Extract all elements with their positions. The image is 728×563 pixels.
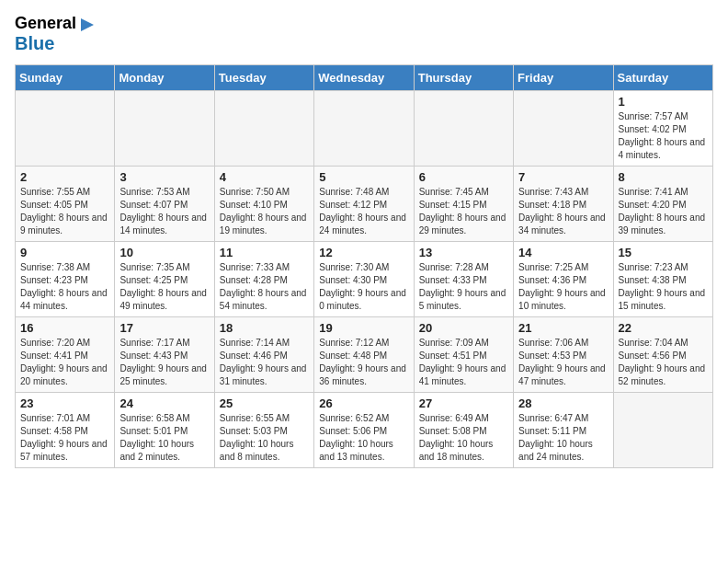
day-info: Sunrise: 7:41 AM Sunset: 4:20 PM Dayligh… bbox=[619, 186, 708, 237]
calendar-cell: 18Sunrise: 7:14 AM Sunset: 4:46 PM Dayli… bbox=[214, 317, 313, 393]
calendar-cell: 27Sunrise: 6:49 AM Sunset: 5:08 PM Dayli… bbox=[414, 393, 513, 468]
calendar-weekday-wednesday: Wednesday bbox=[314, 65, 414, 91]
day-info: Sunrise: 6:52 AM Sunset: 5:06 PM Dayligh… bbox=[319, 412, 408, 464]
calendar-cell: 11Sunrise: 7:33 AM Sunset: 4:28 PM Dayli… bbox=[214, 242, 313, 317]
calendar-header-row: SundayMondayTuesdayWednesdayThursdayFrid… bbox=[16, 65, 713, 91]
day-number: 22 bbox=[619, 321, 708, 335]
calendar-weekday-saturday: Saturday bbox=[613, 65, 712, 91]
day-info: Sunrise: 7:55 AM Sunset: 4:05 PM Dayligh… bbox=[20, 186, 109, 237]
day-info: Sunrise: 7:48 AM Sunset: 4:12 PM Dayligh… bbox=[319, 186, 408, 237]
calendar-cell bbox=[16, 91, 115, 167]
calendar-weekday-friday: Friday bbox=[514, 65, 613, 91]
day-info: Sunrise: 6:47 AM Sunset: 5:11 PM Dayligh… bbox=[518, 412, 608, 464]
day-number: 17 bbox=[119, 321, 209, 335]
day-info: Sunrise: 7:01 AM Sunset: 4:58 PM Dayligh… bbox=[20, 412, 109, 464]
logo-text-blue: Blue bbox=[15, 33, 54, 53]
calendar-cell bbox=[414, 91, 513, 167]
day-number: 23 bbox=[20, 396, 109, 410]
day-number: 1 bbox=[619, 95, 708, 109]
day-number: 8 bbox=[619, 170, 708, 184]
day-number: 5 bbox=[319, 170, 408, 184]
svg-marker-0 bbox=[81, 18, 94, 31]
calendar-cell: 28Sunrise: 6:47 AM Sunset: 5:11 PM Dayli… bbox=[514, 393, 613, 468]
day-info: Sunrise: 7:43 AM Sunset: 4:18 PM Dayligh… bbox=[518, 186, 608, 237]
calendar-cell bbox=[115, 91, 214, 167]
calendar-cell: 8Sunrise: 7:41 AM Sunset: 4:20 PM Daylig… bbox=[613, 167, 712, 242]
calendar-cell: 19Sunrise: 7:12 AM Sunset: 4:48 PM Dayli… bbox=[314, 317, 414, 393]
day-info: Sunrise: 6:49 AM Sunset: 5:08 PM Dayligh… bbox=[419, 412, 508, 464]
calendar-cell: 26Sunrise: 6:52 AM Sunset: 5:06 PM Dayli… bbox=[314, 393, 414, 468]
day-info: Sunrise: 6:55 AM Sunset: 5:03 PM Dayligh… bbox=[220, 412, 309, 464]
calendar-cell: 3Sunrise: 7:53 AM Sunset: 4:07 PM Daylig… bbox=[115, 167, 214, 242]
calendar-week-row: 9Sunrise: 7:38 AM Sunset: 4:23 PM Daylig… bbox=[16, 242, 713, 317]
calendar-cell bbox=[514, 91, 613, 167]
calendar-cell: 25Sunrise: 6:55 AM Sunset: 5:03 PM Dayli… bbox=[214, 393, 313, 468]
calendar-cell: 24Sunrise: 6:58 AM Sunset: 5:01 PM Dayli… bbox=[115, 393, 214, 468]
day-number: 9 bbox=[20, 246, 109, 259]
calendar-cell: 9Sunrise: 7:38 AM Sunset: 4:23 PM Daylig… bbox=[16, 242, 115, 317]
day-number: 18 bbox=[220, 321, 309, 335]
logo-text-general: General bbox=[15, 15, 76, 33]
calendar-table: SundayMondayTuesdayWednesdayThursdayFrid… bbox=[15, 64, 713, 468]
day-number: 19 bbox=[319, 321, 408, 335]
day-number: 24 bbox=[119, 396, 209, 410]
calendar-weekday-thursday: Thursday bbox=[414, 65, 513, 91]
day-number: 4 bbox=[220, 170, 309, 184]
calendar-week-row: 23Sunrise: 7:01 AM Sunset: 4:58 PM Dayli… bbox=[16, 393, 713, 468]
day-number: 16 bbox=[20, 321, 109, 335]
calendar-cell: 10Sunrise: 7:35 AM Sunset: 4:25 PM Dayli… bbox=[115, 242, 214, 317]
day-info: Sunrise: 7:23 AM Sunset: 4:38 PM Dayligh… bbox=[619, 261, 708, 313]
day-info: Sunrise: 7:57 AM Sunset: 4:02 PM Dayligh… bbox=[619, 110, 708, 162]
day-number: 3 bbox=[119, 170, 209, 184]
calendar-cell: 22Sunrise: 7:04 AM Sunset: 4:56 PM Dayli… bbox=[613, 317, 712, 393]
day-number: 28 bbox=[518, 396, 608, 410]
day-info: Sunrise: 7:50 AM Sunset: 4:10 PM Dayligh… bbox=[220, 186, 309, 237]
logo: General Blue bbox=[15, 15, 96, 53]
calendar-cell: 6Sunrise: 7:45 AM Sunset: 4:15 PM Daylig… bbox=[414, 167, 513, 242]
day-info: Sunrise: 7:38 AM Sunset: 4:23 PM Dayligh… bbox=[20, 261, 109, 313]
day-info: Sunrise: 7:28 AM Sunset: 4:33 PM Dayligh… bbox=[419, 261, 508, 313]
day-info: Sunrise: 7:14 AM Sunset: 4:46 PM Dayligh… bbox=[220, 337, 309, 388]
calendar-week-row: 1Sunrise: 7:57 AM Sunset: 4:02 PM Daylig… bbox=[16, 91, 713, 167]
day-number: 15 bbox=[619, 246, 708, 259]
day-number: 6 bbox=[419, 170, 508, 184]
day-info: Sunrise: 7:25 AM Sunset: 4:36 PM Dayligh… bbox=[518, 261, 608, 313]
day-number: 20 bbox=[419, 321, 508, 335]
calendar-cell: 15Sunrise: 7:23 AM Sunset: 4:38 PM Dayli… bbox=[613, 242, 712, 317]
day-info: Sunrise: 7:06 AM Sunset: 4:53 PM Dayligh… bbox=[518, 337, 608, 388]
day-number: 13 bbox=[419, 246, 508, 259]
calendar-cell: 17Sunrise: 7:17 AM Sunset: 4:43 PM Dayli… bbox=[115, 317, 214, 393]
calendar-weekday-tuesday: Tuesday bbox=[214, 65, 313, 91]
calendar-cell: 21Sunrise: 7:06 AM Sunset: 4:53 PM Dayli… bbox=[514, 317, 613, 393]
day-number: 12 bbox=[319, 246, 408, 259]
day-info: Sunrise: 7:09 AM Sunset: 4:51 PM Dayligh… bbox=[419, 337, 508, 388]
calendar-cell bbox=[214, 91, 313, 167]
day-number: 26 bbox=[319, 396, 408, 410]
day-info: Sunrise: 7:12 AM Sunset: 4:48 PM Dayligh… bbox=[319, 337, 408, 388]
day-number: 25 bbox=[220, 396, 309, 410]
day-number: 11 bbox=[220, 246, 309, 259]
calendar-cell: 14Sunrise: 7:25 AM Sunset: 4:36 PM Dayli… bbox=[514, 242, 613, 317]
day-info: Sunrise: 7:30 AM Sunset: 4:30 PM Dayligh… bbox=[319, 261, 408, 313]
calendar-cell: 23Sunrise: 7:01 AM Sunset: 4:58 PM Dayli… bbox=[16, 393, 115, 468]
calendar-cell bbox=[314, 91, 414, 167]
calendar-cell: 1Sunrise: 7:57 AM Sunset: 4:02 PM Daylig… bbox=[613, 91, 712, 167]
day-number: 14 bbox=[518, 246, 608, 259]
day-number: 2 bbox=[20, 170, 109, 184]
day-info: Sunrise: 7:33 AM Sunset: 4:28 PM Dayligh… bbox=[220, 261, 309, 313]
calendar-week-row: 2Sunrise: 7:55 AM Sunset: 4:05 PM Daylig… bbox=[16, 167, 713, 242]
day-number: 7 bbox=[518, 170, 608, 184]
day-info: Sunrise: 7:45 AM Sunset: 4:15 PM Dayligh… bbox=[419, 186, 508, 237]
page-header: General Blue bbox=[15, 15, 713, 53]
day-info: Sunrise: 7:04 AM Sunset: 4:56 PM Dayligh… bbox=[619, 337, 708, 388]
calendar-weekday-sunday: Sunday bbox=[16, 65, 115, 91]
calendar-cell: 16Sunrise: 7:20 AM Sunset: 4:41 PM Dayli… bbox=[16, 317, 115, 393]
day-number: 27 bbox=[419, 396, 508, 410]
calendar-cell: 5Sunrise: 7:48 AM Sunset: 4:12 PM Daylig… bbox=[314, 167, 414, 242]
day-info: Sunrise: 7:20 AM Sunset: 4:41 PM Dayligh… bbox=[20, 337, 109, 388]
calendar-cell: 4Sunrise: 7:50 AM Sunset: 4:10 PM Daylig… bbox=[214, 167, 313, 242]
calendar-weekday-monday: Monday bbox=[115, 65, 214, 91]
day-number: 21 bbox=[518, 321, 608, 335]
day-info: Sunrise: 7:53 AM Sunset: 4:07 PM Dayligh… bbox=[119, 186, 209, 237]
calendar-cell: 20Sunrise: 7:09 AM Sunset: 4:51 PM Dayli… bbox=[414, 317, 513, 393]
